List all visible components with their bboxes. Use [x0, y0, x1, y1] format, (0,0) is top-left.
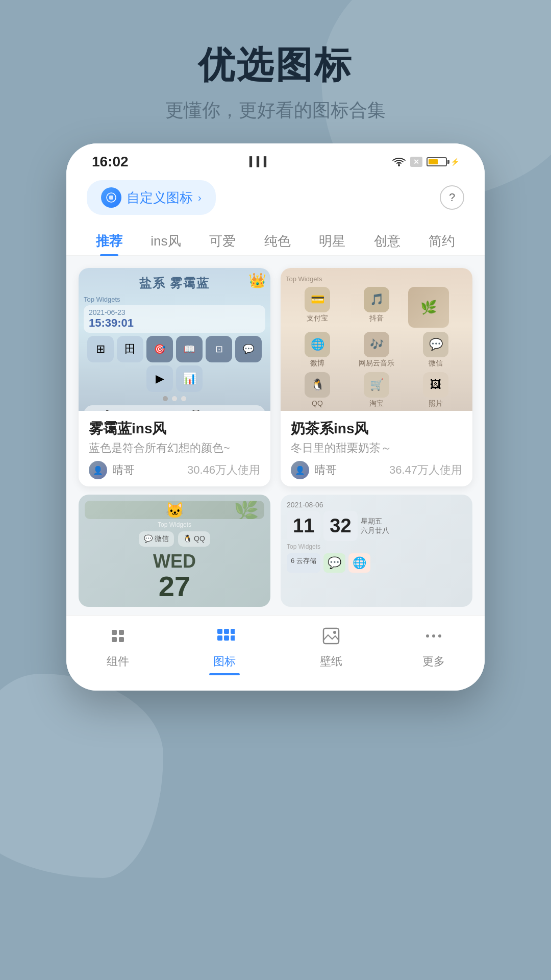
blue-author-name: 晴哥: [112, 462, 135, 478]
beige-theme-info: 奶茶系ins风 冬日里的甜栗奶茶～ 👤 晴哥 36.47万人使用: [281, 411, 472, 486]
blue-theme-title: 盐系 雾霭蓝: [139, 276, 210, 290]
beige-author-name: 晴哥: [314, 462, 337, 478]
blue-theme-users: 30.46万人使用: [187, 462, 260, 478]
slide-dots-blue: [163, 392, 186, 405]
date-widget: 2021-06-23 15:39:01: [84, 305, 265, 333]
mini-icon-3: 🎯: [146, 336, 173, 362]
tab-star[interactable]: 明星: [311, 227, 354, 255]
beige-theme-desc: 冬日里的甜栗奶茶～: [291, 440, 462, 456]
mini-icon-8: 📊: [176, 365, 203, 392]
svg-rect-7: [217, 629, 222, 634]
bottom-qq-icon: 🐧 QQ: [178, 531, 210, 547]
help-button[interactable]: ?: [440, 185, 464, 210]
tab-cute[interactable]: 可爱: [201, 227, 244, 255]
beige-apps-grid: 💳 支付宝 🎵 抖音 🌿 🌐 微博 🎶 网易云音乐: [286, 283, 467, 411]
help-icon: ?: [449, 191, 455, 204]
crown-icon: 👑: [248, 272, 266, 289]
signal-icon: ▍▍▍: [249, 156, 271, 167]
svg-rect-6: [119, 637, 124, 642]
beige-author-avatar: 👤: [291, 461, 309, 479]
custom-icon-button[interactable]: 自定义图标 ›: [87, 180, 216, 215]
calendar-app-icons: 6 云存储 💬 🌐: [287, 553, 466, 573]
bottom-card-nature[interactable]: 🐱 🌿 Top Widgets 💬 微信 🐧 QQ WED 27: [79, 495, 270, 607]
bottom-cards: 🐱 🌿 Top Widgets 💬 微信 🐧 QQ WED 27 2021-08…: [66, 495, 485, 615]
svg-point-16: [432, 634, 435, 638]
theme-card-blue[interactable]: 👑 盐系 雾霭蓝 Top Widgets 2021-06-23 15:39:01: [79, 268, 270, 486]
svg-rect-5: [112, 637, 117, 642]
dock-mail-icon: ✉️: [148, 409, 158, 411]
beige-app-netease: 🎶 网易云音乐: [349, 332, 404, 368]
bottom-wechat-icon: 💬 微信: [139, 531, 174, 547]
blue-theme-desc: 蓝色是符合所有幻想的颜色~: [89, 440, 260, 456]
nature-preview: 🐱 🌿 Top Widgets 💬 微信 🐧 QQ WED 27: [79, 495, 270, 607]
svg-point-14: [333, 631, 336, 634]
bg-decoration-2: [0, 674, 163, 878]
calendar-num2: 32: [330, 515, 351, 536]
top-widgets-label-blue: Top Widgets: [84, 296, 120, 303]
svg-rect-9: [231, 629, 235, 634]
nav-more[interactable]: 更多: [422, 626, 445, 675]
beige-app-douyin: 🎵 抖音: [349, 287, 404, 328]
custom-icon-bar: 自定义图标 › ?: [66, 175, 485, 223]
beige-theme-name: 奶茶系ins风: [291, 419, 462, 438]
nav-more-label: 更多: [422, 654, 445, 669]
svg-rect-8: [224, 629, 229, 634]
bottom-card-calendar[interactable]: 2021-08-06 11 32 星期五 六月廿八 Top Widgets 6 …: [281, 495, 472, 607]
svg-rect-4: [119, 630, 124, 635]
svg-rect-3: [112, 630, 117, 635]
beige-app-taobao: 🛒 淘宝: [349, 372, 404, 408]
theme-preview-beige: 📌 🏷️ 📷 Top Widgets 💳 支付宝 🎵 抖音 🌿: [281, 268, 472, 411]
wifi-icon: [392, 157, 406, 167]
nav-wallpaper[interactable]: 壁纸: [320, 626, 342, 675]
custom-icon-circle-icon: [101, 187, 121, 208]
signal-x-icon: ✕: [410, 157, 422, 167]
calendar-preview: 2021-08-06 11 32 星期五 六月廿八 Top Widgets 6 …: [281, 495, 472, 607]
tab-plain[interactable]: 纯色: [256, 227, 299, 255]
bottom-date-27: 27: [159, 572, 190, 601]
svg-point-17: [438, 634, 441, 638]
nav-wallpaper-icon: [321, 626, 341, 651]
tab-ins[interactable]: ins风: [142, 227, 189, 255]
mini-icon-2: 田: [117, 336, 143, 362]
page-subtitle: 更懂你，更好看的图标合集: [0, 98, 551, 123]
nav-icons-icon: [214, 626, 235, 651]
beige-app-weibo: 🌐 微博: [290, 332, 345, 368]
svg-rect-2: [109, 195, 113, 200]
nav-icons[interactable]: 图标: [209, 626, 240, 675]
beige-app-qq: 🐧 QQ: [290, 372, 345, 408]
beige-theme-footer: 👤 晴哥 36.47万人使用: [291, 461, 462, 479]
nav-widgets-icon: [108, 626, 128, 651]
nav-wallpaper-label: 壁纸: [320, 654, 342, 669]
nav-widgets-label: 组件: [107, 654, 129, 669]
blue-dock: 📞 ✉️ 💬 📷: [84, 405, 265, 411]
bottom-widgets-label1: Top Widgets: [158, 521, 191, 528]
status-icons: ✕ ⚡: [392, 157, 459, 167]
phone-mockup: 16:02 ▍▍▍ ✕ ⚡: [66, 143, 485, 691]
beige-photo-widget: 🌿: [408, 287, 449, 328]
theme-preview-blue: 👑 盐系 雾霭蓝 Top Widgets 2021-06-23 15:39:01: [79, 268, 270, 411]
nav-more-icon: [423, 626, 444, 651]
top-widgets-label-beige: Top Widgets: [286, 275, 322, 283]
mini-app-icons: ⊞ 田 🎯 📖 ⊡ 💬 ▶ 📊: [84, 336, 265, 392]
theme-card-beige[interactable]: 📌 🏷️ 📷 Top Widgets 💳 支付宝 🎵 抖音 🌿: [281, 268, 472, 486]
dock-camera-icon: 📷: [234, 409, 244, 411]
beige-theme-users: 36.47万人使用: [389, 462, 462, 478]
battery-icon: ⚡: [427, 157, 459, 166]
tabs-bar: 推荐 ins风 可爱 纯色 明星 创意 简约: [66, 223, 485, 256]
status-bar: 16:02 ▍▍▍ ✕ ⚡: [66, 143, 485, 175]
calendar-side-info: 星期五 六月廿八: [361, 517, 389, 535]
svg-point-0: [398, 164, 400, 166]
calendar-num1: 11: [293, 515, 314, 536]
nav-active-indicator: [209, 673, 240, 675]
tab-recommend[interactable]: 推荐: [88, 227, 131, 255]
page-title: 优选图标: [0, 41, 551, 90]
svg-rect-12: [231, 635, 235, 641]
nav-widgets[interactable]: 组件: [107, 626, 129, 675]
calendar-date-label: 2021-08-06: [287, 501, 466, 509]
tab-creative[interactable]: 创意: [366, 227, 409, 255]
svg-rect-10: [217, 635, 222, 641]
dock-chat-icon: 💬: [191, 409, 201, 411]
theme-grid: 👑 盐系 雾霭蓝 Top Widgets 2021-06-23 15:39:01: [66, 256, 485, 495]
svg-rect-13: [323, 628, 339, 644]
tab-simple[interactable]: 简约: [420, 227, 463, 255]
